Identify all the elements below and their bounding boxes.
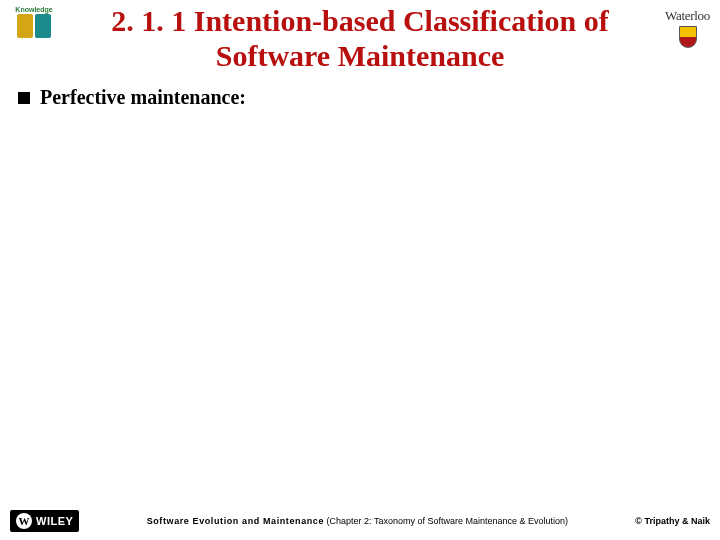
wiley-logo-text: WILEY [36, 515, 73, 527]
logo-half-gold [17, 14, 33, 38]
wiley-logo: W WILEY [10, 510, 79, 532]
square-bullet-icon [18, 92, 30, 104]
logo-half-teal [35, 14, 51, 38]
footer-center-text: Software Evolution and Maintenance (Chap… [79, 516, 635, 526]
footer-copyright: © Tripathy & Naik [635, 516, 710, 526]
wiley-w-icon: W [16, 513, 32, 529]
knowledge-logo: Knowledge [10, 6, 58, 46]
footer-chapter: (Chapter 2: Taxonomy of Software Mainten… [324, 516, 568, 526]
slide-title: 2. 1. 1 Intention-based Classification o… [0, 0, 720, 73]
slide-content: Perfective maintenance: [18, 86, 702, 109]
knowledge-logo-mark [17, 14, 51, 38]
title-line-2: Software Maintenance [216, 39, 505, 72]
slide: Knowledge Waterloo 2. 1. 1 Intention-bas… [0, 0, 720, 540]
slide-footer: W WILEY Software Evolution and Maintenan… [0, 510, 720, 532]
bullet-text: Perfective maintenance: [40, 86, 246, 109]
knowledge-logo-label: Knowledge [15, 6, 52, 13]
title-line-1: 2. 1. 1 Intention-based Classification o… [111, 4, 609, 37]
footer-book-title: Software Evolution and Maintenance [147, 516, 324, 526]
bullet-item: Perfective maintenance: [18, 86, 702, 109]
waterloo-shield-icon [679, 26, 697, 48]
waterloo-logo-text: Waterloo [665, 8, 710, 24]
waterloo-logo: Waterloo [665, 8, 710, 48]
